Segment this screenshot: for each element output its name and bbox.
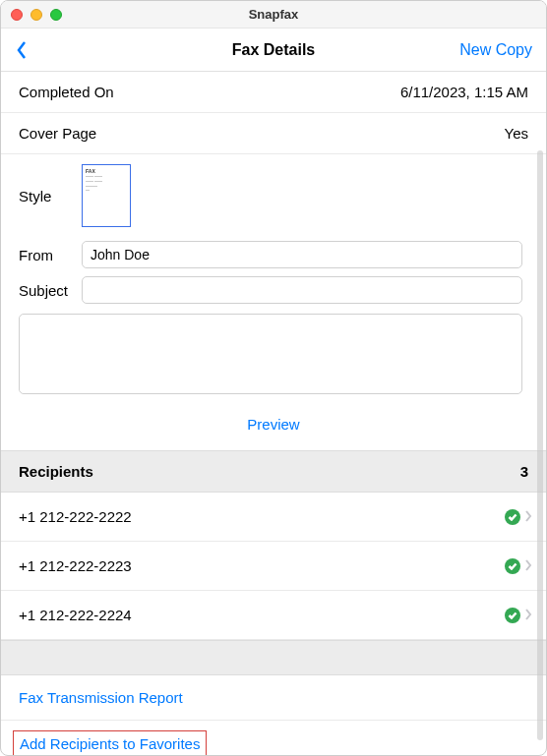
style-label: Style [19, 188, 82, 204]
cover-page-row: Cover Page Yes [1, 113, 546, 154]
status-success-icon [505, 608, 520, 623]
recipients-header: Recipients 3 [1, 450, 546, 493]
style-row: Style FAX —— —— —— —— ——— — [1, 154, 546, 237]
recipient-row[interactable]: +1 212-222-2224 [1, 591, 546, 640]
cover-page-value: Yes [505, 125, 528, 142]
recipient-row[interactable]: +1 212-222-2223 [1, 542, 546, 591]
chevron-right-icon [524, 607, 532, 623]
new-copy-button[interactable]: New Copy [459, 41, 532, 59]
subject-input[interactable] [82, 276, 522, 304]
chevron-left-icon [15, 39, 29, 61]
minimize-window-button[interactable] [30, 9, 42, 21]
recipient-number: +1 212-222-2223 [19, 557, 505, 574]
from-row: From [1, 237, 546, 272]
from-input[interactable] [82, 241, 522, 268]
scrollbar[interactable] [537, 150, 543, 740]
recipient-number: +1 212-222-2224 [19, 607, 505, 623]
subject-row: Subject [1, 272, 546, 308]
completed-on-value: 6/11/2023, 1:15 AM [400, 84, 528, 100]
add-favorites-row[interactable]: Add Recipients to Favorites [1, 721, 546, 755]
chevron-right-icon [524, 508, 532, 525]
content-area: Completed On 6/11/2023, 1:15 AM Cover Pa… [1, 72, 546, 755]
recipients-label: Recipients [19, 463, 520, 480]
section-gap [1, 640, 546, 675]
preview-link[interactable]: Preview [247, 416, 299, 433]
close-window-button[interactable] [11, 9, 23, 21]
transmission-report-row[interactable]: Fax Transmission Report [1, 675, 546, 721]
zoom-window-button[interactable] [50, 9, 62, 21]
cover-style-thumbnail[interactable]: FAX —— —— —— —— ——— — [82, 164, 131, 227]
window-title: Snapfax [1, 7, 546, 22]
app-window: Snapfax Fax Details New Copy Completed O… [0, 0, 547, 756]
from-label: From [19, 247, 82, 263]
chevron-right-icon [524, 557, 532, 574]
subject-label: Subject [19, 282, 82, 299]
completed-on-row: Completed On 6/11/2023, 1:15 AM [1, 72, 546, 113]
titlebar: Snapfax [1, 1, 546, 29]
add-favorites-link[interactable]: Add Recipients to Favorites [13, 730, 207, 755]
preview-row: Preview [1, 404, 546, 450]
recipient-row[interactable]: +1 212-222-2222 [1, 493, 546, 542]
cover-page-label: Cover Page [19, 125, 505, 142]
completed-on-label: Completed On [19, 84, 400, 100]
message-row [1, 308, 546, 404]
status-success-icon [505, 509, 520, 525]
recipient-number: +1 212-222-2222 [19, 508, 505, 525]
back-button[interactable] [15, 39, 29, 61]
status-success-icon [505, 558, 520, 574]
window-controls [11, 9, 62, 21]
recipients-count: 3 [520, 463, 528, 480]
message-textarea[interactable] [19, 314, 522, 394]
nav-bar: Fax Details New Copy [1, 29, 546, 72]
transmission-report-link[interactable]: Fax Transmission Report [19, 689, 183, 706]
